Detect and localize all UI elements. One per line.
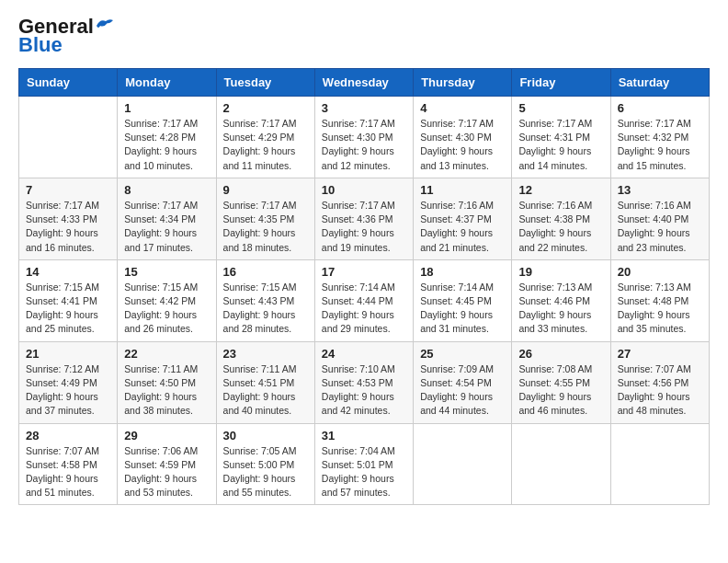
day-number: 13: [618, 183, 702, 197]
calendar-cell: 19Sunrise: 7:13 AMSunset: 4:46 PMDayligh…: [512, 259, 610, 341]
day-info: Sunrise: 7:15 AMSunset: 4:42 PMDaylight:…: [124, 281, 209, 337]
calendar-cell: 15Sunrise: 7:15 AMSunset: 4:42 PMDayligh…: [118, 259, 216, 341]
day-number: 30: [223, 429, 308, 442]
day-number: 14: [26, 265, 110, 279]
logo: General Blue: [18, 15, 115, 57]
calendar-cell: 18Sunrise: 7:14 AMSunset: 4:45 PMDayligh…: [414, 259, 512, 341]
day-number: 31: [322, 429, 406, 442]
day-number: 5: [518, 101, 603, 115]
day-number: 6: [618, 101, 702, 115]
day-number: 29: [124, 429, 209, 442]
day-number: 18: [420, 265, 505, 279]
calendar-cell: 24Sunrise: 7:10 AMSunset: 4:53 PMDayligh…: [314, 341, 413, 423]
day-info: Sunrise: 7:12 AMSunset: 4:49 PMDaylight:…: [26, 362, 110, 419]
day-info: Sunrise: 7:14 AMSunset: 4:44 PMDaylight:…: [322, 281, 406, 337]
day-number: 12: [518, 183, 603, 197]
calendar-cell: 7Sunrise: 7:17 AMSunset: 4:33 PMDaylight…: [19, 178, 118, 259]
day-info: Sunrise: 7:16 AMSunset: 4:40 PMDaylight:…: [618, 199, 702, 255]
day-info: Sunrise: 7:17 AMSunset: 4:35 PMDaylight:…: [223, 199, 308, 255]
calendar-cell: [414, 423, 512, 505]
calendar-cell: 1Sunrise: 7:17 AMSunset: 4:28 PMDaylight…: [118, 97, 216, 178]
calendar-cell: [19, 97, 118, 178]
calendar-cell: 2Sunrise: 7:17 AMSunset: 4:29 PMDaylight…: [216, 97, 314, 178]
calendar-header-row: SundayMondayTuesdayWednesdayThursdayFrid…: [19, 69, 710, 97]
calendar-cell: 12Sunrise: 7:16 AMSunset: 4:38 PMDayligh…: [512, 178, 610, 259]
day-header-friday: Friday: [512, 69, 610, 97]
day-info: Sunrise: 7:16 AMSunset: 4:37 PMDaylight:…: [420, 199, 505, 255]
day-info: Sunrise: 7:04 AMSunset: 5:01 PMDaylight:…: [322, 444, 406, 500]
calendar-table: SundayMondayTuesdayWednesdayThursdayFrid…: [18, 68, 710, 505]
calendar-cell: 4Sunrise: 7:17 AMSunset: 4:30 PMDaylight…: [414, 97, 512, 178]
day-number: 21: [26, 347, 110, 361]
day-info: Sunrise: 7:11 AMSunset: 4:51 PMDaylight:…: [223, 362, 308, 419]
day-info: Sunrise: 7:10 AMSunset: 4:53 PMDaylight:…: [322, 362, 406, 419]
day-info: Sunrise: 7:09 AMSunset: 4:54 PMDaylight:…: [420, 362, 505, 419]
logo-blue-text: Blue: [18, 33, 63, 57]
day-number: 3: [322, 101, 406, 115]
calendar-cell: 27Sunrise: 7:07 AMSunset: 4:56 PMDayligh…: [610, 341, 709, 423]
calendar-cell: 28Sunrise: 7:07 AMSunset: 4:58 PMDayligh…: [19, 423, 118, 505]
day-number: 24: [322, 347, 406, 361]
calendar-cell: 29Sunrise: 7:06 AMSunset: 4:59 PMDayligh…: [118, 423, 216, 505]
day-header-monday: Monday: [118, 69, 216, 97]
day-number: 17: [322, 265, 406, 279]
calendar-cell: [610, 423, 709, 505]
calendar-cell: 21Sunrise: 7:12 AMSunset: 4:49 PMDayligh…: [19, 341, 118, 423]
day-info: Sunrise: 7:11 AMSunset: 4:50 PMDaylight:…: [124, 362, 209, 419]
day-number: 25: [420, 347, 505, 361]
day-info: Sunrise: 7:13 AMSunset: 4:48 PMDaylight:…: [618, 281, 702, 337]
calendar-week-row: 21Sunrise: 7:12 AMSunset: 4:49 PMDayligh…: [19, 341, 710, 423]
day-number: 27: [618, 347, 702, 361]
logo-bird-icon: [95, 17, 115, 33]
calendar-cell: 23Sunrise: 7:11 AMSunset: 4:51 PMDayligh…: [216, 341, 314, 423]
day-info: Sunrise: 7:07 AMSunset: 4:58 PMDaylight:…: [26, 444, 110, 500]
calendar-cell: [512, 423, 610, 505]
calendar-cell: 5Sunrise: 7:17 AMSunset: 4:31 PMDaylight…: [512, 97, 610, 178]
calendar-cell: 16Sunrise: 7:15 AMSunset: 4:43 PMDayligh…: [216, 259, 314, 341]
day-info: Sunrise: 7:13 AMSunset: 4:46 PMDaylight:…: [518, 281, 603, 337]
day-number: 1: [124, 101, 209, 115]
calendar-cell: 9Sunrise: 7:17 AMSunset: 4:35 PMDaylight…: [216, 178, 314, 259]
day-header-thursday: Thursday: [414, 69, 512, 97]
day-info: Sunrise: 7:16 AMSunset: 4:38 PMDaylight:…: [518, 199, 603, 255]
day-number: 4: [420, 101, 505, 115]
calendar-cell: 11Sunrise: 7:16 AMSunset: 4:37 PMDayligh…: [414, 178, 512, 259]
day-number: 23: [223, 347, 308, 361]
day-number: 28: [26, 429, 110, 442]
day-info: Sunrise: 7:17 AMSunset: 4:29 PMDaylight:…: [223, 117, 308, 173]
day-header-tuesday: Tuesday: [216, 69, 314, 97]
day-number: 19: [518, 265, 603, 279]
day-info: Sunrise: 7:07 AMSunset: 4:56 PMDaylight:…: [618, 362, 702, 419]
day-number: 10: [322, 183, 406, 197]
day-number: 2: [223, 101, 308, 115]
day-number: 9: [223, 183, 308, 197]
day-number: 22: [124, 347, 209, 361]
calendar-cell: 26Sunrise: 7:08 AMSunset: 4:55 PMDayligh…: [512, 341, 610, 423]
day-info: Sunrise: 7:17 AMSunset: 4:28 PMDaylight:…: [124, 117, 209, 173]
calendar-cell: 6Sunrise: 7:17 AMSunset: 4:32 PMDaylight…: [610, 97, 709, 178]
day-info: Sunrise: 7:17 AMSunset: 4:30 PMDaylight:…: [322, 117, 406, 173]
day-header-sunday: Sunday: [19, 69, 118, 97]
day-info: Sunrise: 7:05 AMSunset: 5:00 PMDaylight:…: [223, 444, 308, 500]
day-info: Sunrise: 7:17 AMSunset: 4:36 PMDaylight:…: [322, 199, 406, 255]
calendar-week-row: 7Sunrise: 7:17 AMSunset: 4:33 PMDaylight…: [19, 178, 710, 259]
calendar-cell: 25Sunrise: 7:09 AMSunset: 4:54 PMDayligh…: [414, 341, 512, 423]
day-number: 16: [223, 265, 308, 279]
day-info: Sunrise: 7:14 AMSunset: 4:45 PMDaylight:…: [420, 281, 505, 337]
calendar-week-row: 1Sunrise: 7:17 AMSunset: 4:28 PMDaylight…: [19, 97, 710, 178]
day-header-wednesday: Wednesday: [314, 69, 413, 97]
day-number: 8: [124, 183, 209, 197]
calendar-week-row: 14Sunrise: 7:15 AMSunset: 4:41 PMDayligh…: [19, 259, 710, 341]
day-number: 15: [124, 265, 209, 279]
day-header-saturday: Saturday: [610, 69, 709, 97]
calendar-cell: 22Sunrise: 7:11 AMSunset: 4:50 PMDayligh…: [118, 341, 216, 423]
calendar-week-row: 28Sunrise: 7:07 AMSunset: 4:58 PMDayligh…: [19, 423, 710, 505]
day-info: Sunrise: 7:17 AMSunset: 4:33 PMDaylight:…: [26, 199, 110, 255]
calendar-cell: 17Sunrise: 7:14 AMSunset: 4:44 PMDayligh…: [314, 259, 413, 341]
calendar-cell: 31Sunrise: 7:04 AMSunset: 5:01 PMDayligh…: [314, 423, 413, 505]
day-number: 7: [26, 183, 110, 197]
calendar-cell: 30Sunrise: 7:05 AMSunset: 5:00 PMDayligh…: [216, 423, 314, 505]
calendar-cell: 14Sunrise: 7:15 AMSunset: 4:41 PMDayligh…: [19, 259, 118, 341]
day-number: 26: [518, 347, 603, 361]
calendar-cell: 8Sunrise: 7:17 AMSunset: 4:34 PMDaylight…: [118, 178, 216, 259]
